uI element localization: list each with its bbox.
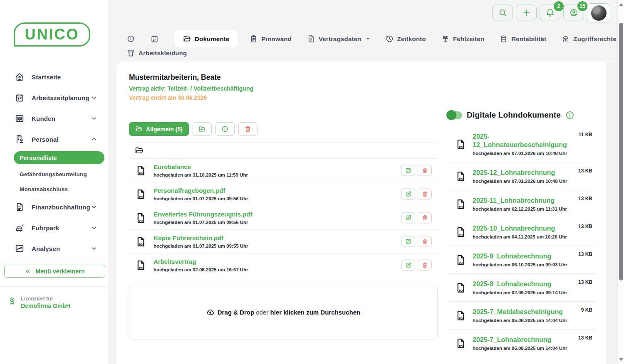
unico-logo[interactable]: UNICO xyxy=(14,22,90,47)
sidebar-item[interactable]: Personal xyxy=(0,129,108,150)
tab-label: Pinnwand xyxy=(261,35,291,42)
folder-open-icon xyxy=(135,146,144,155)
folder-plus-icon xyxy=(198,125,206,133)
avatar xyxy=(591,5,607,21)
file-actions xyxy=(401,260,432,271)
topbar-button[interactable] xyxy=(516,5,537,20)
parent-folder-row[interactable] xyxy=(129,143,438,159)
license-info: Lizenziert für Demofirma GmbH xyxy=(8,296,108,309)
payroll-doc-list: PDF 2025-12_Lohnsteuerbescheinigung hoch… xyxy=(447,126,596,357)
file-name-link[interactable]: Eurobalance xyxy=(154,163,191,170)
tab-label: Rentabilität xyxy=(511,35,546,42)
svg-text:PDF: PDF xyxy=(139,219,144,222)
topbar-button[interactable] xyxy=(492,5,513,20)
edit-file-button[interactable] xyxy=(401,189,415,200)
svg-text:PDF: PDF xyxy=(139,172,144,175)
app: UNICO Startseite Arbeitszeitplanung Kund… xyxy=(0,0,624,364)
info-icon[interactable] xyxy=(565,111,574,120)
upload-dropzone[interactable]: Drag & Drop oder hier klicken zum Durchs… xyxy=(129,285,438,339)
pdf-file-icon: PDF xyxy=(135,165,146,176)
payroll-doc-date: hochgeladen am 02.09.2025 um 09:14 Uhr xyxy=(473,290,572,295)
dropzone-text: Drag & Drop xyxy=(218,309,254,316)
tab[interactable]: Rentabilität xyxy=(500,35,546,43)
tab-icon xyxy=(386,35,394,43)
payroll-doc-link[interactable]: 2025-7_Lohnabrechnung xyxy=(473,336,572,344)
delete-file-button[interactable] xyxy=(418,260,432,271)
payroll-doc-link[interactable]: 2025-12_Lohnabrechnung xyxy=(473,169,572,177)
file-name-link[interactable]: Kopie Führerschein.pdf xyxy=(154,234,223,241)
file-name-link[interactable]: Personalfragebogen.pdf xyxy=(154,187,225,194)
payroll-toggle[interactable] xyxy=(447,111,462,119)
folder-info-button[interactable] xyxy=(215,122,235,136)
tab[interactable]: Pinnwand xyxy=(250,35,291,43)
delete-file-button[interactable] xyxy=(418,165,432,176)
payroll-doc-size: 13 KB xyxy=(578,279,592,285)
sidebar-item[interactable]: Kunden xyxy=(0,108,108,129)
topbar-button[interactable]: 2 xyxy=(540,5,560,20)
chevron-icon xyxy=(90,224,98,231)
edit-file-button[interactable] xyxy=(401,165,415,176)
svg-text:PDF: PDF xyxy=(459,177,464,180)
delete-file-button[interactable] xyxy=(418,212,432,224)
tab-icon xyxy=(562,35,570,43)
panel-scroll-track[interactable] xyxy=(606,62,617,364)
payroll-doc-link[interactable]: 2025-7_Meldebescheinigung xyxy=(473,308,572,316)
dropzone-text: oder xyxy=(256,309,268,316)
profile-button[interactable] xyxy=(587,3,610,22)
tab[interactable]: Fehlzeiten xyxy=(441,35,484,43)
tab[interactable]: Arbeitskleidung xyxy=(127,49,187,57)
payroll-title: Digitale Lohndokumente xyxy=(467,111,561,120)
file-upload-date: hochgeladen am 02.06.2025 um 16:57 Uhr xyxy=(154,267,248,272)
delete-file-button[interactable] xyxy=(418,236,432,247)
scroll-up-arrow[interactable] xyxy=(619,3,623,6)
tab[interactable]: Vertragsdaten xyxy=(307,35,370,43)
collapse-menu-button[interactable]: Menü verkleinern xyxy=(4,265,105,278)
file-name-link[interactable]: Erweitertes Führungszeugnis.pdf xyxy=(154,211,253,218)
folder-filter-button[interactable]: Allgemein (5) xyxy=(129,122,189,136)
chevron-icon xyxy=(90,135,98,143)
topbar-button[interactable]: 15 xyxy=(563,5,584,20)
pdf-file-icon: PDF xyxy=(455,282,466,293)
payroll-doc-size: 9 KB xyxy=(581,307,592,313)
sidebar-item[interactable]: Fuhrpark xyxy=(0,217,108,238)
payroll-doc-link[interactable]: 2025-8_Lohnabrechnung xyxy=(473,280,572,288)
edit-file-button[interactable] xyxy=(401,236,415,247)
sidebar-item[interactable]: Startseite xyxy=(0,66,108,87)
tab[interactable]: Zugriffsrechte xyxy=(562,35,617,43)
tab[interactable]: Dokumente xyxy=(174,30,238,47)
payroll-doc-link[interactable]: 2025-11_Lohnabrechnung xyxy=(473,197,572,205)
tab[interactable] xyxy=(151,35,158,43)
page-scrollbar[interactable] xyxy=(617,0,624,364)
pdf-file-icon: PDF xyxy=(135,212,146,224)
delete-file-button[interactable] xyxy=(418,189,432,200)
sidebar-item[interactable]: Gefährdungsbeurteilung xyxy=(0,167,108,182)
edit-file-button[interactable] xyxy=(401,212,415,224)
tab[interactable]: Zeitkonto xyxy=(386,35,426,43)
sidebar-item[interactable]: Monatsabschluss xyxy=(0,182,108,197)
scrollbar-thumb[interactable] xyxy=(619,23,623,280)
documents-toolbar: Allgemein (5) xyxy=(129,122,438,136)
tab[interactable] xyxy=(127,35,135,43)
payroll-doc-link[interactable]: 2025-12_Lohnsteuerbescheinigung xyxy=(473,133,572,149)
payroll-doc-link[interactable]: 2025-10_Lohnabrechnung xyxy=(473,224,572,233)
topbar: 2 15 xyxy=(492,5,610,22)
sidebar-item[interactable]: Personalliste xyxy=(14,151,104,164)
edit-file-button[interactable] xyxy=(401,260,415,271)
delete-folder-button[interactable] xyxy=(238,122,258,136)
new-folder-button[interactable] xyxy=(193,122,212,136)
cloud-upload-icon xyxy=(206,308,214,316)
sidebar-item-label: Arbeitszeitplanung xyxy=(32,94,90,101)
payroll-doc-link[interactable]: 2025-9_Lohnabrechnung xyxy=(473,252,572,261)
folder-filter-label: Allgemein (5) xyxy=(146,126,183,133)
payroll-doc-row: PDF 2025-11_Lohnabrechnung hochgeladen a… xyxy=(447,190,596,218)
license-company: Demofirma GmbH xyxy=(21,303,70,309)
sidebar-item[interactable]: Analysen xyxy=(0,238,108,259)
sidebar-item[interactable]: Finanzbuchhaltung xyxy=(0,197,108,217)
scroll-down-arrow[interactable] xyxy=(619,358,623,361)
edit-icon xyxy=(405,167,411,174)
tab-label: Arbeitskleidung xyxy=(139,49,187,57)
sidebar-item[interactable]: Arbeitszeitplanung xyxy=(0,87,108,108)
trash-icon xyxy=(422,239,428,245)
file-name-link[interactable]: Arbeitsvertrag xyxy=(154,258,196,265)
trash-icon xyxy=(244,125,251,133)
